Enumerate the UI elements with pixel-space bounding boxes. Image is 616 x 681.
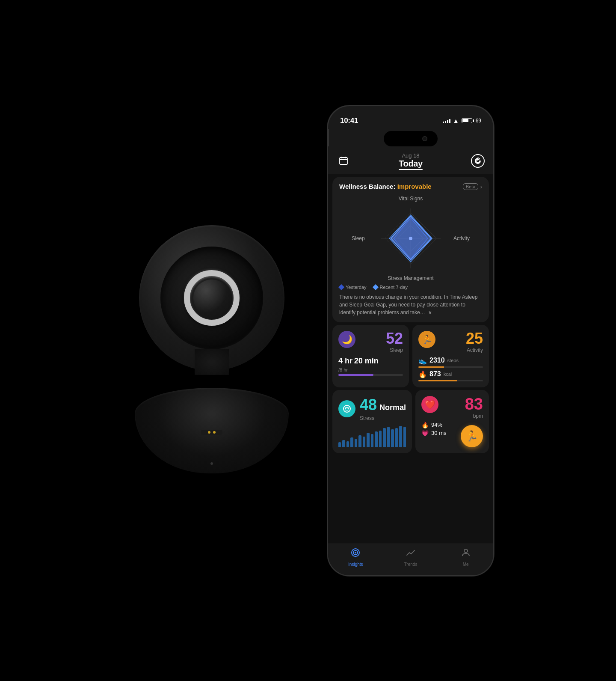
chart-bar [383,428,385,447]
wellness-header: Wellness Balance: Improvable Beta › [339,183,482,190]
legend-recent-label: Recent 7-day [380,285,408,290]
kcal-value: 873 [429,370,441,378]
wellness-card[interactable]: Wellness Balance: Improvable Beta › Vita… [332,177,489,322]
activity-score: 25 [466,331,483,346]
sleep-icon: 🌙 [338,331,355,348]
battery-icon: 69 [462,118,481,124]
stress-number-row: 48 Normal [360,396,406,414]
heart-bpm-unit: bpm [473,413,483,419]
wellness-description: There is no obvious change in your condi… [339,293,482,316]
legend-recent: Recent 7-day [373,285,408,290]
signal-bar-3 [447,120,448,123]
svg-point-12 [409,237,412,240]
steps-value: 2310 [429,357,445,364]
expand-icon[interactable]: ∨ [428,309,432,315]
me-icon [461,547,471,560]
sleep-label: Sleep [390,347,403,353]
svg-point-18 [355,552,356,553]
header-date-group: Aug 18 Today [399,152,423,170]
stress-bar-chart [338,426,406,447]
wellness-title: Wellness Balance: Improvable [339,183,432,190]
legend-recent-icon [372,284,378,290]
disc-neck [195,349,229,375]
refresh-button[interactable] [471,154,485,168]
kcal-unit: kcal [444,372,452,377]
kcal-progress [418,380,483,381]
spo2-icon: 🔥 [421,422,429,428]
chart-bar [342,440,345,447]
sleep-progress-bg [338,374,403,376]
svg-point-15 [348,408,349,409]
spacer [328,456,493,544]
phone-content: Aug 18 Today Wellness Balance: Imp [328,146,493,575]
nav-insights-label: Insights [348,562,363,567]
stress-card[interactable]: 48 Normal Stress [332,390,412,453]
activity-icon: 🏃 [418,331,435,348]
chart-bar [367,433,369,447]
phone: 10:41 ▲ 69 [327,105,494,576]
heart-bpm: 83 [465,396,483,412]
nav-trends-label: Trends [404,562,418,567]
header-title-underline [399,169,423,170]
stress-icon [338,400,355,417]
ring-device [122,208,302,473]
charging-connector [201,430,222,435]
heart-card-header: ❤️ 83 bpm [421,396,483,419]
chart-bar [379,431,382,447]
chart-bar [391,429,394,447]
wifi-icon: ▲ [453,117,459,124]
steps-unit: steps [447,358,459,363]
wellness-badge: Beta › [463,183,482,190]
activity-score-group: 25 Activity [440,331,483,353]
sleep-card-header: 🌙 52 Sleep [338,331,403,353]
activity-float-button[interactable]: 🏃 [461,425,483,447]
disc-top [139,225,284,371]
heart-rate-card[interactable]: ❤️ 83 bpm 🔥 94% [415,390,489,453]
calendar-icon[interactable] [337,154,350,168]
kcal-icon: 🔥 [418,370,427,378]
activity-card-header: 🏃 25 Activity [418,331,483,353]
metrics-grid-top: 🌙 52 Sleep 4 hr 20 min [332,325,489,387]
steps-progress [418,366,483,368]
hrv-value: 30 ms [431,430,446,436]
heart-icon: ❤️ [421,396,438,413]
signal-bars-icon [443,118,450,123]
chart-bar [355,439,357,447]
sleep-score-group: 52 Sleep [360,331,403,353]
sleep-duration: 4 hr 20 min [338,357,379,366]
signal-bar-2 [445,121,446,123]
chevron-right-icon: › [480,183,482,190]
sleep-card[interactable]: 🌙 52 Sleep 4 hr 20 min [332,325,409,387]
base-indicator-dot [210,462,213,465]
nav-me[interactable]: Me [438,547,493,567]
chart-bar [346,441,349,447]
header-date-text: Aug 18 [402,152,419,159]
heart-value-row: 83 [465,396,483,412]
radar-legend: Yesterday Recent 7-day [339,285,482,290]
chart-bar [363,437,365,447]
chart-bar [350,437,353,447]
insights-icon [350,547,361,560]
chart-bar [395,428,398,447]
nav-trends[interactable]: Trends [383,547,438,567]
smart-ring [184,270,240,326]
nav-insights[interactable]: Insights [328,547,383,567]
wellness-status: Improvable [397,183,432,190]
battery-fill [462,119,468,122]
kcal-row: 🔥 873 kcal [418,370,483,378]
activity-sub: 👟 2310 steps 🔥 873 kcal [418,357,483,381]
metrics-grid-bottom: 48 Normal Stress ❤️ [332,390,489,453]
battery-label: 69 [476,118,481,124]
sleep-sub: 4 hr 20 min /8 hr [338,357,403,376]
stress-top-row: 48 Normal Stress [338,396,406,422]
signal-bar-1 [443,122,444,123]
heart-value-group: 83 bpm [443,396,483,419]
radar-svg [376,204,445,274]
chart-bar [338,442,341,447]
header-title: Today [399,159,423,169]
nav-me-label: Me [463,562,469,567]
activity-card[interactable]: 🏃 25 Activity 👟 2310 steps [412,325,489,387]
bottom-nav: Insights Trends [328,544,493,575]
stress-status: Normal [379,403,406,412]
radar-label-activity: Activity [453,235,470,241]
